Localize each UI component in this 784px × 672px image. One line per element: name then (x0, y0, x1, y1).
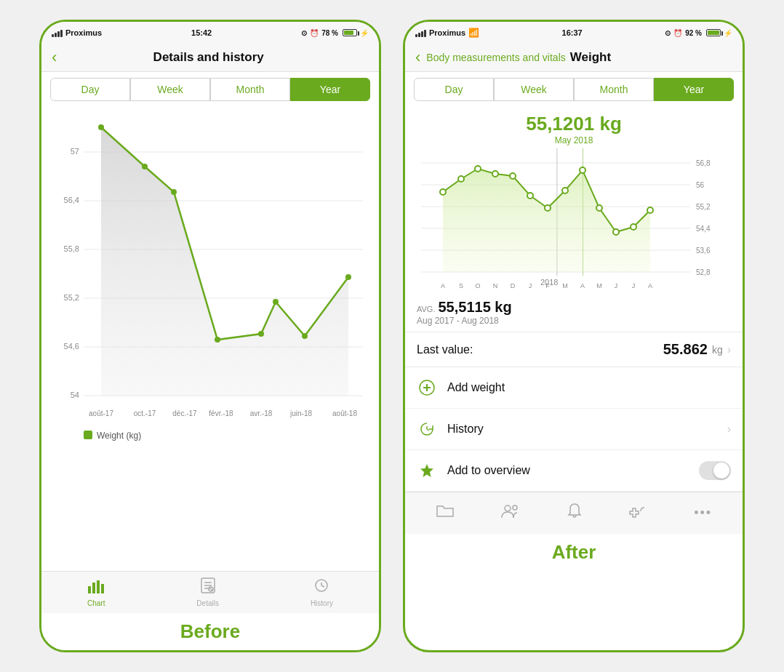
after-battery-text: 92 % (685, 29, 702, 37)
before-bottom-chart-label: Chart (87, 599, 105, 607)
after-tab-bar: Day Week Month Year (405, 72, 743, 107)
svg-text:55,8: 55,8 (64, 244, 79, 253)
svg-rect-23 (101, 584, 104, 593)
after-bottom-tab-medical[interactable] (628, 503, 647, 524)
add-overview-label: Add to overview (447, 464, 689, 477)
before-bottom-tab-chart[interactable]: Chart (87, 577, 105, 607)
svg-text:52,8: 52,8 (696, 268, 711, 276)
after-back-button[interactable]: ‹ (415, 49, 420, 65)
dot-2 (142, 164, 148, 169)
after-signal-bars-icon (415, 28, 426, 37)
after-nav-back-label[interactable]: Body measurements and vitals (426, 52, 565, 63)
after-bottom-tab-people[interactable] (501, 503, 520, 524)
before-label: Before (180, 620, 240, 642)
svg-rect-20 (88, 586, 91, 593)
svg-text:déc.-17: déc.-17 (172, 409, 197, 417)
before-time: 15:42 (191, 28, 212, 37)
after-battery-icon (706, 29, 721, 36)
before-tab-day[interactable]: Day (50, 78, 130, 101)
add-overview-toggle[interactable] (699, 461, 731, 480)
before-tab-bar: Day Week Month Year (41, 72, 379, 107)
after-tab-day[interactable]: Day (414, 78, 494, 101)
svg-text:août-18: août-18 (332, 409, 357, 417)
before-tab-month[interactable]: Month (210, 78, 290, 101)
before-tab-week[interactable]: Week (130, 78, 210, 101)
after-last-value-row[interactable]: Last value: 55.862 kg › (405, 332, 743, 367)
before-tab-year[interactable]: Year (290, 78, 370, 101)
before-chart-container: 57 56,4 55,8 55,2 54,6 54 (41, 107, 379, 571)
wifi-icon: 📶 (468, 28, 479, 38)
after-bottom-tab-more[interactable]: ••• (694, 505, 712, 521)
svg-text:Weight (kg): Weight (kg) (97, 431, 141, 441)
adot-9 (580, 167, 585, 173)
adot-4 (492, 171, 498, 177)
after-bottom-tab-folder[interactable] (436, 503, 455, 524)
after-highlight-value: 55,1201 kg (405, 113, 743, 135)
svg-text:57: 57 (71, 147, 79, 156)
svg-text:53,6: 53,6 (696, 247, 711, 255)
after-avg-range: Aug 2017 - Aug 2018 (417, 316, 731, 326)
signal-bars-icon (52, 28, 63, 37)
before-bottom-details-label: Details (196, 599, 219, 607)
after-avg-label: AVG. (417, 305, 435, 313)
after-status-left: Proximus 📶 (415, 28, 479, 38)
svg-text:56,4: 56,4 (64, 196, 79, 204)
after-chart-svg: 56,8 56 55,2 54,4 53,6 52,8 2018 (414, 148, 734, 290)
svg-text:J: J (615, 282, 618, 289)
svg-point-66 (505, 505, 511, 511)
adot-11 (613, 229, 619, 235)
after-bottom-tab-bar: ••• (405, 492, 743, 534)
svg-text:55,2: 55,2 (696, 203, 711, 211)
svg-text:F: F (545, 282, 550, 289)
svg-text:54,4: 54,4 (696, 225, 711, 233)
add-weight-label: Add weight (447, 381, 731, 394)
more-icon: ••• (694, 505, 712, 521)
people-icon (501, 503, 520, 524)
svg-rect-22 (97, 580, 100, 593)
before-footer: Before (41, 613, 379, 650)
adot-6 (527, 193, 533, 199)
history-row[interactable]: History › (405, 409, 743, 450)
charging-icon: ⚡ (360, 29, 369, 37)
before-bottom-tab-details[interactable]: Details (196, 577, 219, 607)
add-overview-row[interactable]: Add to overview (405, 450, 743, 492)
adot-8 (562, 188, 568, 193)
history-action-icon (417, 419, 437, 439)
add-weight-icon (417, 377, 437, 398)
after-highlight: 55,1201 kg May 2018 (405, 107, 743, 148)
svg-text:août-17: août-17 (89, 409, 113, 417)
svg-point-67 (513, 505, 517, 510)
history-chevron-icon: › (727, 423, 731, 436)
after-last-value-unit: kg (712, 344, 723, 356)
add-weight-row[interactable]: Add weight (405, 367, 743, 409)
svg-text:M: M (596, 282, 602, 289)
svg-text:D: D (511, 282, 516, 289)
bell-icon (567, 503, 583, 524)
before-nav-header: ‹ Details and history (41, 44, 379, 72)
svg-text:56,8: 56,8 (696, 159, 711, 167)
dot-6 (273, 299, 279, 305)
dot-1 (98, 124, 104, 130)
after-status-right: ⊙ ⏰ 92 % ⚡ (665, 29, 732, 37)
before-bottom-tab-history[interactable]: History (311, 577, 333, 607)
after-tab-month[interactable]: Month (574, 78, 654, 101)
after-label: After (552, 541, 596, 563)
svg-text:févr.-18: févr.-18 (209, 409, 233, 417)
after-tab-year[interactable]: Year (654, 78, 734, 101)
after-tab-week[interactable]: Week (494, 78, 574, 101)
svg-text:oct.-17: oct.-17 (134, 409, 156, 417)
before-chart-area (101, 127, 348, 396)
after-carrier: Proximus (429, 28, 465, 37)
svg-text:S: S (459, 282, 463, 289)
after-last-value-right: 55.862 kg › (663, 341, 731, 358)
svg-text:O: O (475, 282, 480, 289)
before-back-button[interactable]: ‹ (52, 49, 57, 65)
after-status-bar: Proximus 📶 16:37 ⊙ ⏰ 92 % ⚡ (405, 22, 743, 44)
after-nav-title: Weight (570, 50, 611, 65)
after-bottom-tab-bell[interactable] (567, 503, 583, 524)
before-nav-title: Details and history (63, 50, 354, 65)
after-location-icon: ⊙ (665, 29, 671, 37)
after-highlight-date: May 2018 (405, 135, 743, 145)
before-phone: Proximus 15:42 ⊙ ⏰ 78 % ⚡ ‹ Details and … (39, 20, 381, 652)
after-chart-container: 56,8 56 55,2 54,4 53,6 52,8 2018 (405, 148, 743, 293)
